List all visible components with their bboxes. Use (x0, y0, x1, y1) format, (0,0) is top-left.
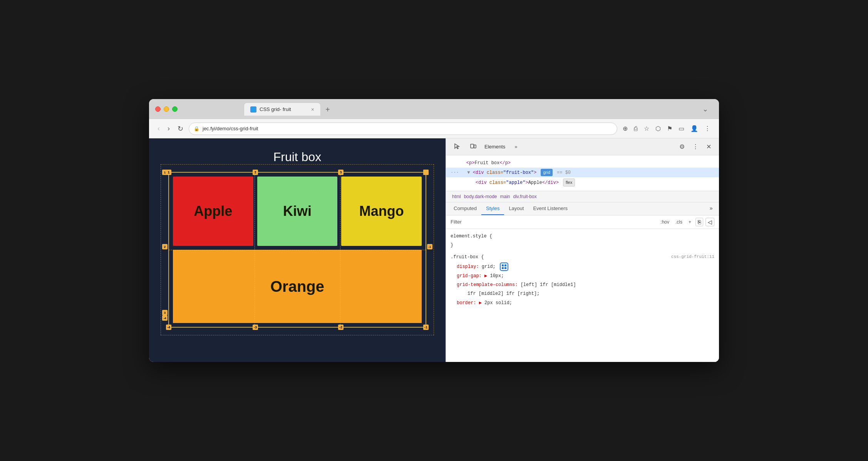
flex-badge[interactable]: flex (563, 178, 575, 187)
tab-computed[interactable]: Computed (449, 202, 481, 215)
window-menu-button[interactable]: ⌄ (698, 105, 713, 113)
chrome-flag-button[interactable]: ⚑ (665, 123, 675, 134)
css-border-val: 2px solid; (484, 300, 512, 306)
cast-button[interactable]: ▭ (676, 123, 687, 134)
dom-apple-bracket: > (525, 180, 528, 185)
dom-apple-close: </div> (542, 180, 559, 185)
css-prop-display: display: grid; (446, 262, 719, 272)
extensions-button[interactable]: ⬡ (653, 123, 663, 134)
badge-neg2-bottom: -2 (338, 325, 344, 330)
copy-styles-button[interactable]: ⎘ (695, 218, 703, 226)
dom-apple-val: "apple" (506, 180, 525, 185)
dom-line-div-fruit-box[interactable]: ··· ▼ <div class="fruit-box"> grid == $0 (446, 168, 719, 177)
badge-3-left: 3 (162, 310, 168, 315)
dom-equals: == (557, 170, 565, 175)
devtools-tabs: Elements » (483, 142, 673, 151)
dom-dollar-zero: $0 (565, 170, 571, 175)
svg-rect-2 (502, 264, 504, 266)
grid-badge[interactable]: grid (541, 169, 552, 176)
badge-2-top: 2 (253, 170, 258, 175)
breadcrumb-html[interactable]: html (451, 193, 462, 200)
forward-button[interactable]: › (165, 123, 172, 134)
css-gtc-prop: grid-template-columns: (457, 282, 518, 288)
share-button[interactable]: ⎙ (632, 124, 640, 134)
sub-tabs-more[interactable]: » (707, 202, 716, 215)
breadcrumb-bar: html body.dark-mode main div.fruit-box (446, 191, 719, 202)
tab-event-listeners[interactable]: Event Listeners (528, 202, 572, 215)
dom-tree: <p>Fruit box</p> ··· ▼ <div class="fruit… (446, 155, 719, 191)
css-prop-border: border: ▶ 2px solid; (446, 299, 719, 308)
devtools-toolbar: Elements » ⚙ ⋮ ✕ (446, 138, 719, 155)
css-source-link[interactable]: css-grid-fruit:11 (671, 254, 714, 261)
bookmark-button[interactable]: ☆ (642, 123, 652, 134)
badge-1-right-top (423, 170, 429, 175)
css-display-prop: display: (457, 264, 479, 269)
css-border-triangle[interactable]: ▶ (479, 300, 484, 306)
breadcrumb-body[interactable]: body.dark-mode (462, 193, 499, 200)
mango-label: Mango (359, 203, 404, 219)
tab-more[interactable]: » (513, 142, 519, 151)
breadcrumb-main[interactable]: main (499, 193, 512, 200)
svg-rect-5 (504, 267, 506, 269)
grid-line-bottom (161, 335, 434, 335)
badge-neg3-bottom: -3 (253, 325, 258, 330)
orange-cell: Orange (173, 250, 422, 323)
menu-button[interactable]: ⋮ (702, 123, 713, 134)
minimize-button[interactable] (164, 106, 169, 112)
css-rule-element-style-close: } (446, 241, 719, 250)
inspect-element-button[interactable] (451, 141, 464, 153)
dom-class-val: "fruit-box" (503, 170, 534, 175)
css-brace-close-1: } (451, 242, 453, 248)
breadcrumb-div-fruit-box[interactable]: div.fruit-box (512, 193, 538, 200)
css-grid-gap-triangle[interactable]: ▶ (484, 273, 490, 279)
lock-icon: 🔒 (194, 126, 199, 131)
filter-label: Filter (451, 219, 655, 225)
tab-layout[interactable]: Layout (504, 202, 528, 215)
orange-label: Orange (270, 278, 324, 295)
new-tab-button[interactable]: + (321, 103, 335, 116)
dom-div-open: <div (473, 170, 487, 175)
zoom-button[interactable]: ⊕ (620, 123, 630, 134)
devtools-close-button[interactable]: ✕ (703, 141, 714, 152)
device-toolbar-button[interactable] (467, 141, 480, 153)
svg-rect-4 (502, 267, 504, 269)
kiwi-label: Kiwi (283, 203, 312, 219)
close-button[interactable] (155, 106, 161, 112)
css-rule-spacer (446, 250, 719, 253)
css-content: element.style { } .fruit-box { css-grid-… (446, 229, 719, 362)
svg-rect-1 (474, 145, 476, 148)
css-gtc-val2: 1fr [middle2] 1fr [right]; (468, 291, 540, 296)
hov-button[interactable]: :hov (659, 218, 671, 226)
tab-elements[interactable]: Elements (483, 142, 507, 151)
filter-buttons: :hov .cls + ⎘ ◁ (659, 218, 714, 226)
css-prop-grid-template-columns: grid-template-columns: [left] 1fr [middl… (446, 281, 719, 289)
address-bar[interactable]: 🔒 jec.fyi/demo/css-grid-fruit (189, 123, 617, 135)
sub-tabs: Computed Styles Layout Event Listeners » (446, 202, 719, 215)
cls-button[interactable]: .cls (674, 218, 684, 226)
nav-bar: ‹ › ↻ 🔒 jec.fyi/demo/css-grid-fruit ⊕ ⎙ … (149, 119, 719, 138)
css-rule-fruit-box: .fruit-box { css-grid-fruit:11 (446, 253, 719, 262)
add-style-button[interactable]: + (687, 218, 693, 226)
grid-layout-icon[interactable] (500, 262, 508, 271)
dom-expand-triangle[interactable]: ▼ (467, 170, 470, 175)
css-grid-gap-val: 10px; (490, 273, 504, 279)
tab-styles[interactable]: Styles (481, 202, 504, 215)
dom-apple-open: <div (476, 180, 489, 185)
tab-close-button[interactable]: × (311, 107, 314, 112)
css-rule-element-style: element.style { (446, 232, 719, 241)
devtools-more-button[interactable]: ⋮ (689, 141, 702, 152)
dom-line-div-apple[interactable]: <div class="apple">Apple</div> flex (446, 177, 719, 188)
traffic-lights (155, 106, 178, 112)
nav-icons: ⊕ ⎙ ☆ ⬡ ⚑ ▭ 👤 ⋮ (620, 123, 713, 134)
dom-tag-p: <p> (466, 160, 475, 166)
profile-button[interactable]: 👤 (688, 123, 700, 134)
toggle-print-button[interactable]: ◁ (705, 218, 714, 226)
mango-cell: Mango (341, 177, 422, 246)
maximize-button[interactable] (172, 106, 178, 112)
active-tab[interactable]: 🌐 CSS grid- fruit × (244, 103, 321, 116)
reload-button[interactable]: ↻ (175, 123, 186, 135)
dom-ellipsis: ··· (451, 170, 459, 175)
devtools-settings-button[interactable]: ⚙ (676, 141, 688, 152)
kiwi-cell: Kiwi (257, 177, 338, 246)
back-button[interactable]: ‹ (155, 123, 162, 134)
